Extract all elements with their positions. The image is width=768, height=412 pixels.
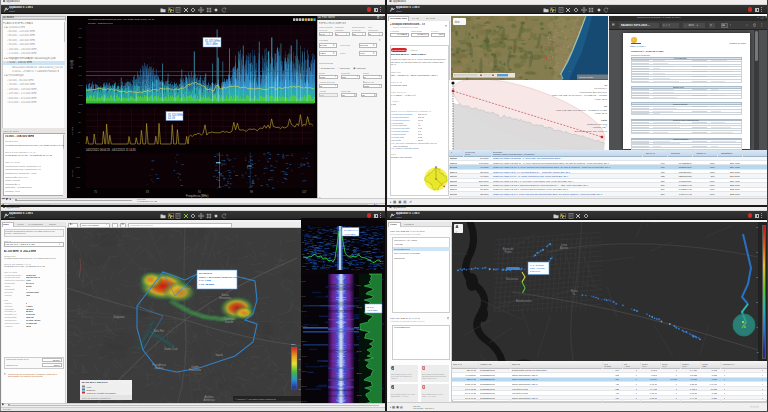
svg-text:Frequência (MHz): Frequência (MHz) <box>186 194 208 198</box>
svg-text:Santa: Santa <box>221 293 228 297</box>
svg-text:Médica: Médica <box>154 366 163 370</box>
svg-text:30: 30 <box>298 388 301 390</box>
svg-text:Cadeia de emissão (Densidade): Cadeia de emissão (Densidade) <box>86 392 116 394</box>
svg-text:Grande: Grande <box>224 320 233 324</box>
svg-text:Elevação perda: Crit.: 5717.46: Elevação perda: Crit.: 5717.46 <box>574 129 607 132</box>
svg-text:0:00: 0:00 <box>76 156 81 158</box>
svg-text:⌂⌕: ⌂⌕ <box>454 19 459 24</box>
svg-text:82.100 MHz ± 202.2 kHz: 82.100 MHz ± 202.2 kHz <box>82 381 108 383</box>
svg-text:Itapuã: Itapuã <box>215 353 223 357</box>
svg-text:Candeias: Candeias <box>223 317 235 321</box>
svg-text:Tx: Tx <box>604 83 607 86</box>
svg-text:Ambrósio: Ambrósio <box>203 398 215 402</box>
svg-text:Frequência: 207.000 MHz: Frequência: 207.000 MHz <box>579 90 607 93</box>
svg-text:Alberto: Alberto <box>560 246 569 250</box>
svg-text:Palmeira: Palmeira <box>179 287 190 291</box>
svg-text:Visão: Visão <box>600 119 607 122</box>
svg-text:⌕: ⌕ <box>456 230 458 234</box>
svg-text:Genoveva: Genoveva <box>219 296 231 300</box>
svg-text:Vel (dB): Vel (dB) <box>70 59 74 68</box>
svg-text:Emissora: Emissora <box>86 389 96 391</box>
svg-text:2:00: 2:00 <box>76 166 81 168</box>
svg-text:Keysight Technologies N9918A (: Keysight Technologies N9918A (MY18214702… <box>88 18 155 21</box>
svg-text:dBµ: dBµ <box>291 343 296 346</box>
svg-text:75: 75 <box>94 190 97 194</box>
svg-text:32:00: 32:00 <box>301 340 307 342</box>
svg-text:Jardim: Jardim <box>191 365 199 369</box>
svg-text:Santa Cruz: Santa Cruz <box>164 347 178 351</box>
svg-text:0:00: 0:00 <box>301 280 306 282</box>
svg-text:4:00: 4:00 <box>76 176 81 178</box>
svg-text:-90: -90 <box>78 74 82 77</box>
svg-text:2.35 W/m: 2.35 W/m <box>530 270 540 272</box>
svg-text:-60: -60 <box>78 46 82 49</box>
svg-text:Distância: 204.2 m: Distância: 204.2 m <box>587 122 607 125</box>
svg-text:Ponte: Ponte <box>504 250 512 254</box>
svg-text:Rx: Rx <box>603 105 607 108</box>
svg-text:Vassouras: Vassouras <box>506 277 519 281</box>
svg-text:Salgueiro: Salgueiro <box>113 315 125 319</box>
svg-text:-100: -100 <box>78 84 83 87</box>
svg-text:60: 60 <box>78 111 81 114</box>
svg-text:Horto: Horto <box>571 289 578 293</box>
svg-text:Pista: Pista <box>86 386 91 388</box>
svg-text:99: 99 <box>250 190 253 194</box>
svg-text:LOCALIDADE: LT-0748/047 - 40.0: LOCALIDADE: LT-0748/047 - 40.0735467 - 4… <box>551 94 607 97</box>
svg-text:81.925 MHz: 81.925 MHz <box>205 38 221 42</box>
svg-text:© MapTiler © OpenStreetMap con: © MapTiler © OpenStreetMap contributors <box>235 398 277 400</box>
svg-text:81.925 MHz: 81.925 MHz <box>344 229 358 232</box>
svg-text:Azimute: 139º: Azimute: 139º <box>592 125 607 129</box>
svg-text:-66.2 dBm: -66.2 dBm <box>366 309 377 312</box>
svg-text:-5:00: -5:00 <box>356 284 361 286</box>
svg-text:-30:00: -30:00 <box>356 394 363 396</box>
svg-text:20: 20 <box>78 131 81 134</box>
svg-text:-40: -40 <box>301 229 305 231</box>
svg-text:107: 107 <box>302 190 307 194</box>
svg-text:40: 40 <box>78 121 81 124</box>
svg-text:24:00: 24:00 <box>301 325 307 327</box>
svg-text:-80: -80 <box>78 65 82 68</box>
svg-text:LOCALIDADE: LT-0439/048 - 48.2: LOCALIDADE: LT-0439/048 - 48.273547 97.2… <box>556 108 608 111</box>
svg-text:-15:00: -15:00 <box>356 328 363 330</box>
svg-text:70.000 - 108.000 MHz: 70.000 - 108.000 MHz <box>88 21 113 24</box>
svg-text:83: 83 <box>146 190 149 194</box>
svg-text:81.925 MHz: 81.925 MHz <box>199 272 213 275</box>
svg-text:-25:00: -25:00 <box>356 372 363 374</box>
svg-text:-120: -120 <box>78 103 83 106</box>
svg-text:Lima: Lima <box>561 243 567 247</box>
svg-text:Paulistano: Paulistano <box>188 368 201 372</box>
svg-text:62.09: 62.09 <box>168 116 175 120</box>
svg-text:Rádio Y Sociedade Candeias Gra: Rádio Y Sociedade Candeias Grande 10k <box>199 276 246 279</box>
svg-text:Tempo: Tempo <box>71 169 74 177</box>
svg-text:0: 0 <box>78 141 80 144</box>
svg-text:Altura: 03 m: Altura: 03 m <box>594 97 607 100</box>
svg-text:8:00: 8:00 <box>301 295 306 297</box>
svg-text:Altura: 30 m: Altura: 30 m <box>594 112 607 115</box>
svg-text:56:00: 56:00 <box>301 385 307 387</box>
svg-text:To.: To. <box>572 292 576 296</box>
svg-text:45: 45 <box>298 378 301 380</box>
svg-text:75: 75 <box>298 358 301 360</box>
svg-text:90: 90 <box>298 348 301 350</box>
svg-text:6:00: 6:00 <box>76 186 81 188</box>
svg-text:Fonte de cálculos: RFDataHub: Fonte de cálculos: RFDataHub <box>82 397 111 399</box>
svg-text:60: 60 <box>298 368 301 370</box>
svg-text:LON -46.8035: LON -46.8035 <box>530 267 545 269</box>
svg-text:-100: -100 <box>301 265 306 267</box>
svg-text:91: 91 <box>198 190 201 194</box>
svg-text:Antônio: Antônio <box>204 395 213 399</box>
svg-text:LAT -20.8527: LAT -20.8527 <box>530 264 544 266</box>
svg-text:LON -38.8856: LON -38.8856 <box>199 283 215 286</box>
svg-text:64:00: 64:00 <box>301 400 307 402</box>
svg-text:Bandeirantes: Bandeirantes <box>516 299 532 303</box>
svg-text:04/12/2021 06:04:23 - 04/12/20: 04/12/2021 06:04:23 - 04/12/2021 11:14:3… <box>86 148 136 152</box>
svg-text:-40: -40 <box>78 27 82 30</box>
svg-text:-10:00: -10:00 <box>356 306 363 308</box>
svg-text:-60.5 dBm: -60.5 dBm <box>344 233 356 236</box>
svg-text:LAT -7.265: LAT -7.265 <box>199 279 212 282</box>
svg-text:Bela Flor: Bela Flor <box>153 329 164 333</box>
svg-text:Previdência: Previdência <box>152 363 166 367</box>
svg-text:82.100: 82.100 <box>366 306 374 309</box>
svg-text:-110: -110 <box>78 94 83 97</box>
svg-text:48:00: 48:00 <box>301 370 307 372</box>
